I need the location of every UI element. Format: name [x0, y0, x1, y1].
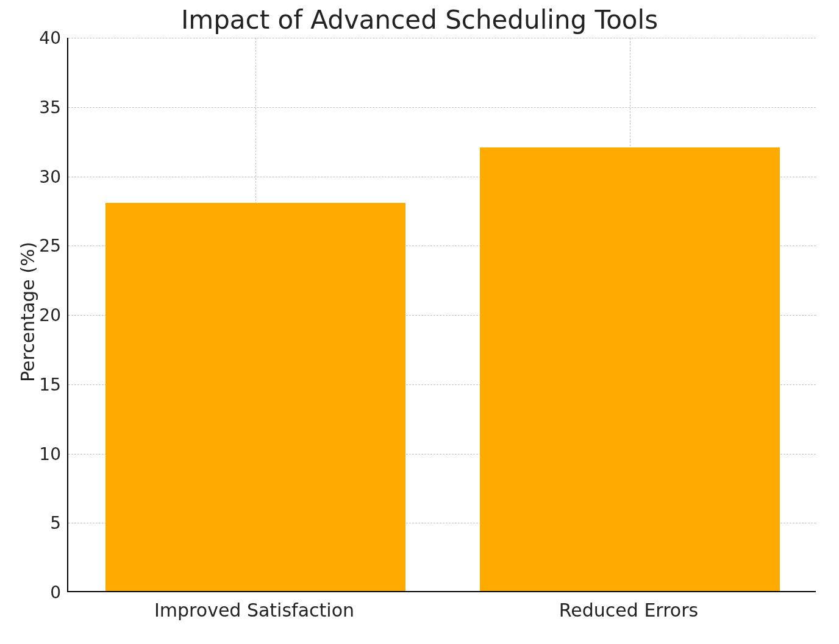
- chart-container: Impact of Advanced Scheduling Tools Perc…: [0, 0, 839, 644]
- y-tick-label: 5: [6, 513, 61, 533]
- y-tick-label: 30: [6, 166, 61, 186]
- y-tick-label: 35: [6, 97, 61, 117]
- chart-title: Impact of Advanced Scheduling Tools: [0, 5, 839, 35]
- bar: [480, 147, 779, 591]
- y-tick-label: 0: [6, 582, 61, 603]
- y-tick-label: 25: [6, 236, 61, 256]
- y-tick-label: 10: [6, 444, 61, 464]
- bar: [105, 203, 405, 591]
- gridline-h: [68, 38, 816, 38]
- y-tick-label: 20: [6, 305, 61, 325]
- plot-area: [67, 38, 816, 592]
- x-tick-label: Reduced Errors: [559, 600, 698, 621]
- y-tick-label: 15: [6, 374, 61, 394]
- y-tick-label: 40: [6, 28, 61, 48]
- gridline-h: [68, 107, 816, 108]
- x-tick-label: Improved Satisfaction: [154, 600, 354, 621]
